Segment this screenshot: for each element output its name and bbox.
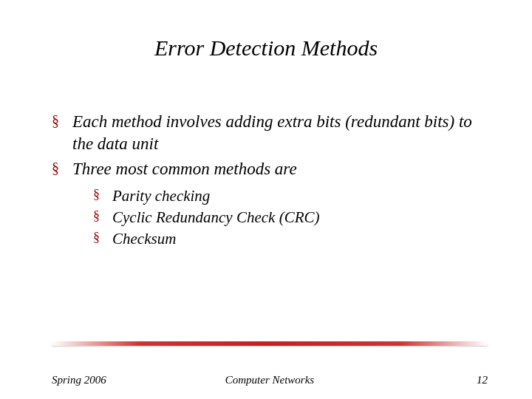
sub-bullet-item: Parity checking (93, 186, 488, 206)
divider-bar (52, 341, 488, 346)
sub-bullet-text: Parity checking (112, 187, 210, 205)
sub-bullet-text: Checksum (112, 230, 176, 248)
sub-bullet-text: Cyclic Redundancy Check (CRC) (112, 208, 319, 226)
bullet-text: Each method involves adding extra bits (… (72, 112, 472, 153)
slide-body: Each method involves adding extra bits (… (52, 111, 488, 253)
sub-bullet-item: Cyclic Redundancy Check (CRC) (93, 208, 488, 228)
bullet-list: Each method involves adding extra bits (… (52, 111, 488, 250)
sub-bullet-list: Parity checking Cyclic Redundancy Check … (72, 186, 488, 250)
bullet-text: Three most common methods are (72, 160, 297, 178)
bullet-item: Each method involves adding extra bits (… (52, 111, 488, 155)
sub-bullet-item: Checksum (93, 229, 488, 249)
footer-course: Computer Networks (52, 374, 488, 386)
slide: Error Detection Methods Each method invo… (0, 0, 532, 399)
footer-page-number: 12 (477, 374, 488, 386)
slide-title: Error Detection Methods (0, 35, 532, 61)
bullet-item: Three most common methods are Parity che… (52, 158, 488, 250)
